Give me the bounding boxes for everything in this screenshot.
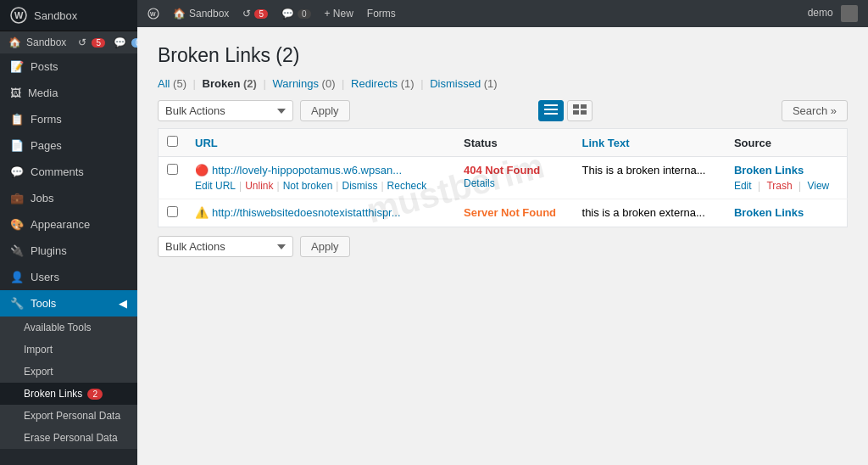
row1-source-link[interactable]: Broken Links bbox=[734, 164, 804, 176]
site-name: Sandbox bbox=[34, 9, 77, 22]
row1-unlink[interactable]: Unlink bbox=[245, 180, 273, 192]
updates-circle-icon: ↺ bbox=[242, 8, 251, 20]
row1-details-link[interactable]: Details bbox=[464, 177, 495, 189]
filter-warnings[interactable]: Warnings bbox=[273, 77, 319, 90]
apply-button-bottom[interactable]: Apply bbox=[300, 236, 350, 257]
row1-not-broken[interactable]: Not broken bbox=[283, 180, 333, 192]
tools-arrow-icon: ◀ bbox=[119, 297, 127, 310]
sidebar-item-jobs[interactable]: 💼 Jobs bbox=[0, 185, 137, 211]
bulk-actions-select-bottom[interactable]: Bulk Actions bbox=[158, 236, 293, 257]
filter-broken[interactable]: Broken bbox=[203, 77, 241, 90]
row1-trash-source[interactable]: Trash bbox=[766, 180, 792, 192]
main-content: W 🏠 Sandbox ↺ 5 💬 0 + New Forms demo Bro… bbox=[137, 0, 868, 465]
admin-bar-updates[interactable]: ↺ 5 bbox=[242, 8, 268, 20]
list-view-icon bbox=[544, 104, 558, 115]
th-url[interactable]: URL bbox=[186, 129, 455, 157]
admin-bar-forms[interactable]: Forms bbox=[367, 8, 396, 20]
admin-bar-comments[interactable]: 💬 0 bbox=[281, 8, 311, 20]
row1-source-cell: Broken Links Edit | Trash | View bbox=[726, 157, 848, 199]
sidebar-item-pages[interactable]: 📄 Pages bbox=[0, 132, 137, 159]
filter-broken-count: (2) bbox=[243, 77, 257, 90]
svg-rect-4 bbox=[544, 104, 558, 106]
sidebar-item-users[interactable]: 👤 Users bbox=[0, 264, 137, 290]
row1-url-link[interactable]: http://lovely-hippopotamus.w6.wpsan... bbox=[212, 164, 402, 176]
comments-count: 0 bbox=[131, 38, 137, 48]
row2-source-link[interactable]: Broken Links bbox=[734, 206, 804, 219]
filter-redirects[interactable]: Redirects bbox=[351, 77, 398, 90]
site-icon: 🏠 bbox=[8, 36, 21, 48]
user-label: demo bbox=[808, 7, 833, 19]
admin-bar: W 🏠 Sandbox ↺ 5 💬 0 + New Forms demo bbox=[137, 0, 868, 27]
row1-checkbox[interactable] bbox=[167, 164, 178, 175]
site-label[interactable]: Sandbox bbox=[26, 36, 66, 48]
sidebar: W Sandbox 🏠 Sandbox ↺ 5 💬 0 📝 Posts 🖼 Me… bbox=[0, 0, 137, 465]
row2-url-link[interactable]: http://thiswebsitedoesnotexistatthispr..… bbox=[212, 206, 401, 219]
select-all-checkbox[interactable] bbox=[167, 136, 178, 147]
filter-warnings-count: (0) bbox=[322, 77, 336, 90]
tools-icon: 🔧 bbox=[10, 297, 24, 310]
th-link-text[interactable]: Link Text bbox=[574, 129, 726, 157]
sidebar-item-appearance[interactable]: 🎨 Appearance bbox=[0, 211, 137, 238]
grid-view-button[interactable] bbox=[567, 100, 593, 121]
sidebar-item-comments[interactable]: 💬 Comments bbox=[0, 159, 137, 185]
row1-url-cell: 🔴 http://lovely-hippopotamus.w6.wpsan...… bbox=[186, 157, 455, 199]
row2-link-text: this is a broken externa... bbox=[582, 206, 705, 219]
sidebar-item-posts[interactable]: 📝 Posts bbox=[0, 53, 137, 80]
row1-edit-url[interactable]: Edit URL bbox=[195, 180, 236, 192]
th-status: Status bbox=[455, 129, 574, 157]
row1-view-source[interactable]: View bbox=[807, 180, 829, 192]
sub-item-available-tools[interactable]: Available Tools bbox=[0, 317, 137, 339]
row1-dismiss[interactable]: Dismiss bbox=[342, 180, 377, 192]
apply-button-top[interactable]: Apply bbox=[300, 100, 350, 121]
bulk-actions-select-top[interactable]: Bulk Actions bbox=[158, 100, 293, 121]
sub-item-erase-personal[interactable]: Erase Personal Data bbox=[0, 427, 137, 449]
search-button[interactable]: Search » bbox=[782, 100, 848, 121]
row1-recheck[interactable]: Recheck bbox=[387, 180, 427, 192]
filter-redirects-count: (1) bbox=[401, 77, 415, 90]
admin-bar-user[interactable]: demo bbox=[808, 5, 858, 22]
admin-bar-sandbox[interactable]: 🏠 Sandbox bbox=[173, 8, 229, 20]
sidebar-item-posts-label: Posts bbox=[31, 60, 58, 73]
wp-icon-small: W bbox=[147, 8, 159, 20]
row2-checkbox[interactable] bbox=[167, 206, 178, 217]
filter-links: All (5) | Broken (2) | Warnings (0) | Re… bbox=[158, 77, 848, 90]
row2-url-cell: ⚠️ http://thiswebsitedoesnotexistatthisp… bbox=[186, 199, 455, 227]
filter-all[interactable]: All bbox=[158, 77, 170, 90]
svg-rect-7 bbox=[573, 104, 579, 109]
filter-dismissed[interactable]: Dismissed bbox=[430, 77, 481, 90]
sub-item-import[interactable]: Import bbox=[0, 339, 137, 361]
sub-item-broken-links[interactable]: Broken Links 2 bbox=[0, 383, 137, 405]
updates-icon[interactable]: ↺ bbox=[78, 36, 86, 48]
top-bulk-bar: Bulk Actions Apply Search » bbox=[158, 100, 848, 121]
bottom-bulk-bar: Bulk Actions Apply bbox=[158, 236, 848, 257]
updates-num: 5 bbox=[254, 9, 268, 19]
row1-url-top: 🔴 http://lovely-hippopotamus.w6.wpsan... bbox=[195, 164, 447, 176]
sidebar-item-tools[interactable]: 🔧 Tools ◀ bbox=[0, 290, 137, 317]
sidebar-item-plugins[interactable]: 🔌 Plugins bbox=[0, 238, 137, 264]
content-area: Broken Links (2) All (5) | Broken (2) | … bbox=[137, 27, 868, 465]
comments-admin-icon: 💬 bbox=[281, 8, 294, 20]
forms-admin-label: Forms bbox=[367, 8, 396, 20]
comments-icon[interactable]: 💬 bbox=[114, 36, 126, 48]
list-view-button[interactable] bbox=[538, 100, 564, 121]
filter-dismissed-count: (1) bbox=[484, 77, 498, 90]
row2-status-cell: Server Not Found bbox=[455, 199, 574, 227]
row1-edit-source[interactable]: Edit bbox=[734, 180, 752, 192]
row1-link-text-cell: This is a broken interna... bbox=[574, 157, 726, 199]
wp-logo-icon: W bbox=[10, 7, 27, 24]
admin-bar-new[interactable]: + New bbox=[325, 8, 353, 20]
sub-item-export-personal[interactable]: Export Personal Data bbox=[0, 405, 137, 427]
sidebar-item-forms[interactable]: 📋 Forms bbox=[0, 106, 137, 132]
comments-admin-num: 0 bbox=[298, 9, 311, 19]
updates-count: 5 bbox=[92, 38, 105, 48]
row1-url-actions: Edit URL | Unlink | Not broken | Dismiss… bbox=[195, 180, 447, 192]
sidebar-item-media[interactable]: 🖼 Media bbox=[0, 80, 137, 106]
table-row: ⚠️ http://thiswebsitedoesnotexistatthisp… bbox=[159, 199, 848, 227]
row1-status: 404 Not Found bbox=[464, 164, 540, 176]
broken-links-label: Broken Links bbox=[24, 388, 82, 400]
users-icon: 👤 bbox=[10, 271, 24, 283]
admin-bar-wp[interactable]: W bbox=[147, 8, 159, 20]
sub-item-export[interactable]: Export bbox=[0, 361, 137, 383]
sidebar-item-comments-label: Comments bbox=[31, 165, 84, 178]
svg-rect-9 bbox=[573, 110, 579, 115]
